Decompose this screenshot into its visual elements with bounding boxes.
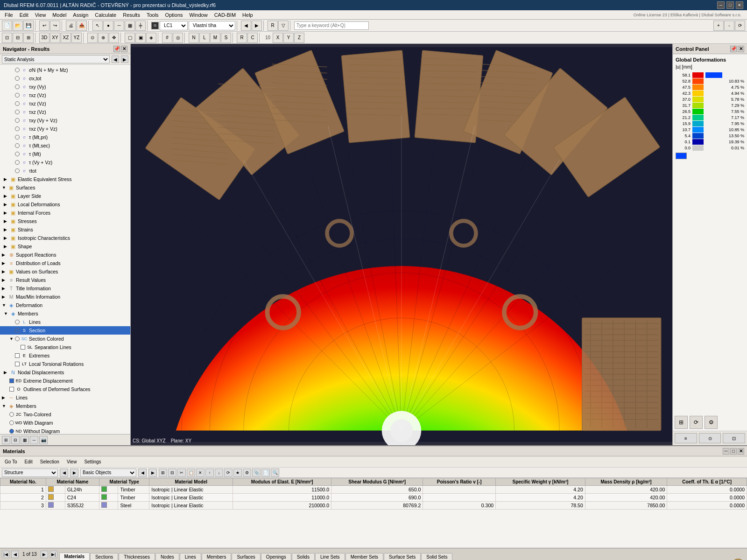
tree-separation-lines[interactable]: SL Separation Lines: [0, 343, 130, 351]
tree-tau-tot[interactable]: σ τtot: [0, 167, 130, 175]
grid-btn[interactable]: #: [162, 33, 172, 43]
nav-wire-btn[interactable]: ─: [30, 436, 38, 444]
y-axis-btn[interactable]: Y: [283, 33, 294, 43]
cp-table-btn[interactable]: ⊞: [675, 416, 688, 429]
bp-tool-13[interactable]: 🔍: [271, 469, 279, 477]
tau-xz-vy-radio[interactable]: [15, 126, 20, 131]
surface-button[interactable]: ▦: [125, 21, 135, 31]
col-mat-type[interactable]: Material Type: [99, 478, 149, 486]
cp-grid-view-btn[interactable]: ⊡: [723, 433, 745, 443]
tree-outlines-deformed[interactable]: O Outlines of Deformed Surfaces: [0, 385, 130, 393]
nav-collapse-all-btn[interactable]: ⊟: [11, 436, 20, 444]
col-mass-density[interactable]: Mass Density ρ [kg/m³]: [585, 478, 667, 486]
solid-btn[interactable]: ▣: [135, 33, 146, 43]
tree-elastic-eq[interactable]: ▶ ▣ Elastic Equivalent Stress: [0, 175, 130, 183]
tree-tau-xz-vz[interactable]: σ τxz (Vz): [0, 91, 130, 99]
fit-select-btn[interactable]: ⊕: [98, 33, 108, 43]
tab-solids[interactable]: Solids: [292, 553, 315, 560]
window-controls[interactable]: ─ □ ✕: [717, 1, 743, 9]
bp-filter2-next-btn[interactable]: ▶: [148, 469, 157, 477]
snap-btn[interactable]: ◎: [173, 33, 183, 43]
lines-radio[interactable]: [15, 320, 20, 324]
view-yz-btn[interactable]: YZ: [71, 33, 82, 43]
view-xy-btn[interactable]: XY: [50, 33, 60, 43]
tab-member-sets[interactable]: Member Sets: [345, 553, 383, 560]
tau-xz-radio[interactable]: [15, 93, 20, 98]
tree-title-info[interactable]: ▶ T Title Information: [0, 284, 130, 293]
tau-xz3-radio[interactable]: [15, 110, 20, 114]
menu-results[interactable]: Results: [120, 11, 143, 19]
tree-without-diagram[interactable]: ND Without Diagram: [0, 427, 130, 434]
next-lc-button[interactable]: ▶: [252, 21, 262, 31]
bp-tool-5[interactable]: ✕: [196, 469, 204, 477]
tree-tau-xz-vz2[interactable]: σ τxz (Vz): [0, 99, 130, 108]
nav-camera-btn[interactable]: 📷: [39, 436, 48, 444]
bp-filter2-prev-btn[interactable]: ◀: [138, 469, 147, 477]
tree-section-colored[interactable]: ▼ SC Section Colored: [0, 335, 130, 343]
tab-openings[interactable]: Openings: [261, 553, 291, 560]
view-3d-btn[interactable]: 3D: [39, 33, 49, 43]
tree-values-surfaces[interactable]: ▶ ▣ Values on Surfaces: [0, 267, 130, 276]
tab-surfaces[interactable]: Surfaces: [232, 553, 260, 560]
tree-with-diagram[interactable]: WD With Diagram: [0, 419, 130, 427]
tree-two-colored[interactable]: 2C Two-Colored: [0, 410, 130, 419]
z-axis-btn[interactable]: Z: [294, 33, 304, 43]
deselect-btn[interactable]: ⊟: [13, 33, 23, 43]
tree-members-deform[interactable]: ▼ ◈ Members: [0, 309, 130, 318]
undo-button[interactable]: ↩: [39, 21, 49, 31]
tree-maxmin-info[interactable]: ▶ M Max/Min Information: [0, 293, 130, 301]
bp-close-button[interactable]: ✕: [738, 448, 744, 455]
show-lines-btn[interactable]: L: [199, 33, 210, 43]
tab-solid-sets[interactable]: Solid Sets: [421, 553, 452, 560]
bp-filter1-select[interactable]: Structure: [2, 469, 58, 477]
tree-strains[interactable]: ▶ ▣ Strains: [0, 225, 130, 234]
tau-xy-radio[interactable]: [15, 84, 20, 89]
col-specific-weight[interactable]: Specific Weight γ [kN/m³]: [496, 478, 585, 486]
menu-view[interactable]: View: [32, 11, 49, 19]
extremes-checkbox[interactable]: [15, 353, 20, 358]
tree-extreme-disp[interactable]: ED Extreme Displacement: [0, 377, 130, 385]
section-colored-radio[interactable]: [15, 336, 20, 341]
minimize-button[interactable]: ─: [717, 1, 725, 9]
bp-filter2-select[interactable]: Basic Objects: [80, 469, 136, 477]
bp-goto-menu[interactable]: Go To: [2, 458, 20, 465]
tau-xy2-radio[interactable]: [15, 118, 20, 123]
tree-surfaces[interactable]: ▼ ▣ Surfaces: [0, 183, 130, 192]
invert-btn[interactable]: ⊞: [23, 33, 34, 43]
table-row[interactable]: 2 C24 Timber Isotropic | Linear Elastic …: [0, 494, 747, 502]
bp-tool-4[interactable]: 📋: [187, 469, 195, 477]
tab-lines[interactable]: Lines: [180, 553, 201, 560]
col-mat-name[interactable]: Material Name: [46, 478, 99, 486]
col-shear[interactable]: Shear Modulus G [N/mm²]: [331, 478, 423, 486]
menu-edit[interactable]: Edit: [17, 11, 31, 19]
nav-close-button[interactable]: ✕: [121, 46, 127, 52]
bp-selection-menu[interactable]: Selection: [37, 458, 62, 465]
rotate-button[interactable]: ⟳: [735, 21, 745, 31]
open-button[interactable]: 📂: [13, 21, 23, 31]
load-case-selector[interactable]: LC1: [160, 21, 188, 30]
bp-tool-6[interactable]: ↑: [205, 469, 214, 477]
tree-tau-xy-vy[interactable]: σ τxy (Vy): [0, 83, 130, 91]
sigma-tot-radio[interactable]: [15, 76, 20, 81]
col-mat-model[interactable]: Material Model: [149, 478, 233, 486]
tree-isotropic[interactable]: ▶ ▣ Isotropic Characteristics: [0, 234, 130, 242]
bp-tool-1[interactable]: ⊞: [159, 469, 167, 477]
tree-tau-vy-vz[interactable]: σ τ (Vy + Vz): [0, 158, 130, 167]
bp-next-btn[interactable]: ▶: [70, 469, 78, 477]
tree-members-grp[interactable]: ▼ ◈ Members: [0, 402, 130, 410]
bp-edit-menu[interactable]: Edit: [22, 458, 35, 465]
new-button[interactable]: 📄: [2, 21, 12, 31]
node-button[interactable]: ●: [103, 21, 113, 31]
tab-prev-btn[interactable]: ◀: [11, 551, 19, 558]
filter-button[interactable]: ▽: [278, 21, 289, 31]
result-color-btn[interactable]: C: [247, 33, 258, 43]
tree-tau-mt-pri[interactable]: σ τ (Mt,pri): [0, 133, 130, 141]
cp-reset-btn[interactable]: ⟳: [690, 416, 703, 429]
bp-pin-button[interactable]: ─: [723, 448, 729, 455]
wire-btn[interactable]: ▢: [125, 33, 135, 43]
tree-support-reactions[interactable]: ▶ ⊕ Support Reactions: [0, 251, 130, 259]
two-colored-radio[interactable]: [9, 412, 14, 417]
close-button[interactable]: ✕: [736, 1, 743, 9]
tau-xz2-radio[interactable]: [15, 101, 20, 106]
viewport[interactable]: CS: Global XYZ Plane: XY: [131, 44, 672, 445]
